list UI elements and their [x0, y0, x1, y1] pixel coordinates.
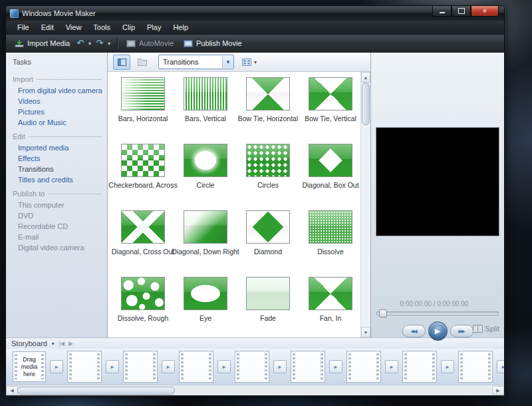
scrollbar-thumb[interactable]: [362, 83, 370, 125]
transition-thumbnail-diamond[interactable]: [246, 210, 290, 244]
redo-icon[interactable]: ↷: [96, 39, 103, 47]
storyboard-selector[interactable]: Storyboard: [11, 339, 47, 347]
scroll-right-icon[interactable]: ▶: [492, 386, 504, 395]
combo-dropdown-icon[interactable]: ▼: [222, 56, 233, 68]
transition-thumbnail-dissolve[interactable]: [309, 210, 352, 244]
undo-icon[interactable]: ↶: [76, 39, 84, 47]
transition-thumbnail-crossout[interactable]: [121, 210, 165, 244]
scroll-up-icon[interactable]: ▲: [361, 72, 370, 83]
storyboard-drag-slot[interactable]: Drag media here: [13, 351, 46, 382]
task-item[interactable]: Audio or Music: [6, 117, 107, 128]
transition-thumbnail-bowtie-h[interactable]: [246, 77, 290, 110]
transition-thumbnail-circle[interactable]: [184, 144, 227, 177]
storyboard-transition-slot[interactable]: ▸: [329, 360, 342, 373]
menu-view[interactable]: View: [60, 22, 88, 33]
split-button[interactable]: Split: [473, 325, 499, 333]
views-button[interactable]: ▾: [241, 55, 259, 70]
previous-frame-button[interactable]: ◀◀: [402, 325, 426, 337]
up-folder-button[interactable]: [134, 55, 151, 70]
transition-item[interactable]: Bars, Horizontal: [112, 77, 174, 144]
transition-thumbnail-bars-v[interactable]: [184, 77, 227, 110]
transition-thumbnail-circles[interactable]: [246, 144, 290, 177]
split-label: Split: [485, 325, 499, 333]
scroll-left-icon[interactable]: ◀: [6, 386, 18, 395]
transition-thumbnail-fan-in[interactable]: [309, 277, 352, 310]
storyboard-clip-slot[interactable]: [179, 351, 213, 383]
undo-dropdown-icon[interactable]: ▾: [87, 39, 92, 48]
storyboard-transition-slot[interactable]: ▸: [106, 360, 119, 373]
scroll-down-icon[interactable]: ▼: [361, 327, 370, 337]
vertical-scrollbar[interactable]: ▲ ▼: [360, 72, 370, 337]
close-button[interactable]: ×: [471, 6, 499, 17]
rewind-storyboard-icon[interactable]: |◀: [59, 340, 64, 347]
storyboard-transition-slot[interactable]: ▸: [217, 360, 231, 373]
transition-item[interactable]: Eye: [174, 277, 237, 337]
transition-item[interactable]: Diagonal, Down Right: [174, 210, 237, 277]
storyboard-transition-slot[interactable]: ▸: [162, 360, 175, 373]
transition-thumbnail-fade[interactable]: [246, 277, 290, 310]
transition-thumbnail-eye[interactable]: [184, 277, 227, 310]
task-pane-toggle-button[interactable]: [113, 55, 130, 70]
seek-thumb[interactable]: [379, 309, 387, 317]
storyboard-clip-slot[interactable]: [402, 351, 437, 383]
storyboard-transition-slot[interactable]: ▸: [497, 360, 504, 373]
transition-item[interactable]: Diamond: [237, 210, 299, 277]
menu-tools[interactable]: Tools: [87, 22, 116, 33]
menu-file[interactable]: File: [11, 22, 35, 33]
menu-play[interactable]: Play: [141, 22, 167, 33]
seek-bar[interactable]: [376, 311, 499, 315]
transition-item[interactable]: Dissolve, Rough: [112, 277, 174, 337]
storyboard-transition-slot[interactable]: ▸: [441, 360, 454, 373]
transition-item[interactable]: Fade: [237, 277, 299, 337]
menu-edit[interactable]: Edit: [35, 22, 60, 33]
import-media-button[interactable]: Import Media: [11, 38, 73, 49]
publish-movie-button[interactable]: Publish Movie: [180, 38, 245, 49]
transition-thumbnail-boxout[interactable]: [309, 144, 352, 177]
task-item[interactable]: Titles and credits: [6, 174, 107, 185]
play-storyboard-icon[interactable]: ▶: [68, 340, 72, 347]
storyboard-clip-slot[interactable]: [458, 351, 493, 383]
transition-item[interactable]: Bars, Vertical: [174, 77, 237, 144]
play-button[interactable]: ▶: [428, 321, 448, 341]
transition-thumbnail-bars-h[interactable]: [121, 77, 165, 110]
storyboard-clip-slot[interactable]: [67, 351, 102, 383]
storyboard-transition-slot[interactable]: ▸: [273, 360, 287, 373]
horizontal-scrollbar[interactable]: ◀ ▶: [6, 385, 504, 395]
view-selector-combobox[interactable]: Transitions ▼: [158, 55, 234, 69]
storyboard-dropdown-icon[interactable]: ▾: [52, 341, 55, 347]
storyboard-clip-slot[interactable]: [291, 351, 325, 383]
transition-item[interactable]: Diagonal, Cross Out: [112, 210, 174, 277]
storyboard-clip-slot[interactable]: [346, 351, 381, 383]
transition-item[interactable]: Bow Tie, Vertical: [299, 77, 362, 144]
redo-dropdown-icon[interactable]: ▾: [106, 39, 112, 48]
task-item[interactable]: Transitions: [6, 164, 107, 174]
transition-thumbnail-bowtie-v[interactable]: [309, 77, 352, 110]
maximize-button[interactable]: [452, 6, 471, 17]
transition-item[interactable]: Circle: [174, 144, 237, 210]
transition-item[interactable]: Bow Tie, Horizontal: [237, 77, 299, 144]
menu-clip[interactable]: Clip: [116, 22, 141, 33]
minimize-button[interactable]: [432, 6, 452, 17]
horizontal-scrollbar-thumb[interactable]: [17, 387, 175, 395]
task-item[interactable]: Videos: [6, 96, 107, 106]
transition-thumbnail-downright[interactable]: [184, 210, 227, 244]
storyboard-clip-slot[interactable]: [235, 351, 269, 383]
storyboard-clip-slot[interactable]: [123, 351, 158, 383]
next-frame-button[interactable]: ▶▶: [450, 325, 473, 337]
transition-thumbnail-checker[interactable]: [121, 144, 165, 177]
storyboard-transition-slot[interactable]: ▸: [385, 360, 398, 373]
task-item[interactable]: Effects: [6, 153, 107, 164]
transition-item[interactable]: Diagonal, Box Out: [299, 144, 362, 210]
transition-item[interactable]: Dissolve: [299, 210, 362, 277]
transition-thumbnail-dissolve-rough[interactable]: [121, 277, 165, 310]
task-item[interactable]: From digital video camera: [6, 85, 107, 96]
automovie-button[interactable]: AutoMovie: [123, 38, 177, 49]
transition-item[interactable]: Fan, In: [299, 277, 362, 337]
storyboard-transition-slot[interactable]: ▸: [50, 360, 63, 373]
title-bar[interactable]: Windows Movie Maker ×: [6, 6, 504, 21]
menu-help[interactable]: Help: [167, 22, 194, 33]
transition-item[interactable]: Checkerboard, Across: [112, 144, 174, 210]
task-item[interactable]: Imported media: [6, 142, 107, 153]
task-item[interactable]: Pictures: [6, 106, 107, 117]
transition-item[interactable]: Circles: [237, 144, 299, 210]
